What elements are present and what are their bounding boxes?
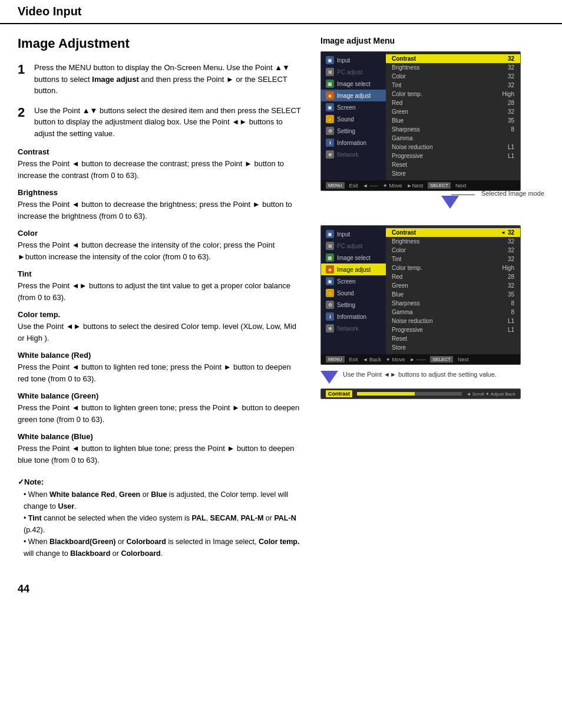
menu-reset-2: Reset [386, 334, 520, 343]
menu-item-imgselect-2: ▦ Image select [321, 252, 386, 263]
menu-item-network-1: ⊕ Network [321, 149, 386, 160]
menu-item-sound-2: ♪ Sound [321, 287, 386, 299]
menu-item-input-2: ▣ Input [321, 228, 386, 240]
menu-progressive-2: ProgressiveL1 [386, 325, 520, 334]
sound-icon-2: ♪ [326, 289, 334, 297]
imgadjust-icon-1: ◈ [326, 91, 334, 100]
menu-store-2: Store [386, 343, 520, 352]
subsection-wb-green-title: White balance (Green) [18, 391, 303, 400]
page-header: Video Input [0, 0, 562, 24]
menu-color-1: Color32 [386, 72, 520, 81]
selected-mode-label: Selected Image mode [481, 190, 544, 197]
subsection-wb-red-title: White balance (Red) [18, 351, 303, 360]
page-wrapper: Video Input Image Adjustment 1 Press the… [0, 0, 562, 601]
subsection-wb-red: White balance (Red) Press the Point ◄ bu… [18, 351, 303, 384]
subsection-color-temp: Color temp. Use the Point ◄► buttons to … [18, 310, 303, 344]
menu-tint-2: Tint32 [386, 255, 520, 263]
subsection-tint-body: Press the Point ◄► buttons to adjust the… [18, 280, 303, 303]
input-icon-1: ▣ [326, 56, 334, 64]
subsection-brightness: Brightness Press the Point ◄ button to d… [18, 188, 303, 222]
menu-red-2: Red28 [386, 272, 520, 281]
subsection-wb-blue-body: Press the Point ◄ button to lighten blue… [18, 443, 303, 466]
subsection-tint: Tint Press the Point ◄► buttons to adjus… [18, 269, 303, 303]
contrast-bar: Contrast ◄ Scroll ✦ Adjust Back [320, 388, 521, 399]
arrow-shape-2 [320, 371, 338, 384]
contrast-bar-label: Contrast [326, 390, 352, 397]
menu-brightness-2: Brightness32 [386, 237, 520, 246]
info-icon-1: ℹ [326, 139, 334, 147]
arrow-selected-mode: Selected Image mode [356, 196, 544, 209]
imgadjust-icon-2: ◈ [326, 265, 334, 274]
menu-noisereduction-1: Noise reductionL1 [386, 143, 520, 151]
imgselect-icon-1: ▦ [326, 80, 334, 88]
step-2-text: Use the Point ▲▼ buttons select the desi… [34, 105, 303, 140]
menu-gamma-2: Gamma8 [386, 308, 520, 317]
network-icon-1: ⊕ [326, 150, 334, 159]
screen-icon-1: ▣ [326, 103, 334, 111]
menu-footer-2: MENU Exit ◄ Back ✦ Move ► ----- SELECT N… [321, 354, 520, 364]
adjust-note-text: Use the Point ◄► buttons to adjust the s… [343, 370, 497, 380]
menu-gamma-1: Gamma [386, 134, 520, 143]
note-list: When White balance Red, Green or Blue is… [18, 489, 303, 559]
menu-inner-2: ▣ Input ⊞ PC adjust ▦ Image select ◈ [321, 226, 520, 354]
subsection-brightness-body: Press the Point ◄ button to decrease the… [18, 199, 303, 222]
menu-left-2: ▣ Input ⊞ PC adjust ▦ Image select ◈ [321, 226, 386, 354]
menu-screenshot-1: ▣ Input ⊞ PC adjust ▦ Image select ◈ [320, 51, 521, 191]
arrow-shape-1 [441, 196, 459, 209]
step-2: 2 Use the Point ▲▼ buttons select the de… [18, 105, 303, 140]
note-item-3: When Blackboard(Green) or Colorboard is … [24, 536, 303, 559]
menu-tint-1: Tint32 [386, 81, 520, 90]
subsection-brightness-title: Brightness [18, 188, 303, 197]
pcadjust-icon-2: ⊞ [326, 242, 334, 250]
note-title: ✓Note: [18, 476, 303, 489]
imgselect-icon-2: ▦ [326, 253, 334, 262]
menu-item-imgadjust-2: ◈ Image adjust [321, 263, 386, 275]
menu-item-screen-1: ▣ Screen [321, 101, 386, 113]
left-column: Image Adjustment 1 Press the MENU button… [18, 36, 303, 559]
menu-progressive-1: ProgressiveL1 [386, 151, 520, 160]
menu-right-2: Contrast◄ 32 Brightness32 Color32 Tint32… [386, 226, 520, 354]
step-2-number: 2 [18, 105, 28, 140]
right-column: Image adjust Menu ▣ Input ⊞ PC adjust [320, 36, 544, 559]
menu-btn-select-1: SELECT [428, 182, 451, 189]
menu-brightness-1: Brightness32 [386, 63, 520, 72]
arrow-down-1 [356, 196, 544, 209]
page-title: Video Input [18, 5, 544, 18]
arrow-adjust-section: Use the Point ◄► buttons to adjust the s… [320, 370, 544, 384]
menu-noisereduction-2: Noise reductionL1 [386, 317, 520, 325]
contrast-slider [357, 392, 462, 396]
menu-item-network-2: ⊕ Network [321, 322, 386, 334]
setting-icon-2: ⚙ [326, 301, 334, 309]
menu-inner-1: ▣ Input ⊞ PC adjust ▦ Image select ◈ [321, 52, 520, 180]
menu-item-screen-2: ▣ Screen [321, 275, 386, 287]
menu-blue-2: Blue35 [386, 290, 520, 299]
menu-green-2: Green32 [386, 281, 520, 290]
arrow-down-2 [320, 371, 338, 384]
menu-contrast-2: Contrast◄ 32 [386, 228, 520, 237]
pcadjust-icon-1: ⊞ [326, 68, 334, 76]
section-title: Image Adjustment [18, 36, 303, 51]
menu-item-info-1: ℹ Information [321, 137, 386, 149]
menu-btn-menu-2: MENU [326, 356, 345, 363]
note-item-1: When White balance Red, Green or Blue is… [24, 489, 303, 512]
menu-store-1: Store [386, 169, 520, 178]
menu-item-imgadjust-1: ◈ Image adjust [321, 90, 386, 101]
menu-item-setting-1: ⚙ Setting [321, 125, 386, 137]
network-icon-2: ⊕ [326, 324, 334, 332]
subsection-tint-title: Tint [18, 269, 303, 278]
sound-icon-1: ♪ [326, 115, 334, 123]
menu-sharpness-1: Sharpness8 [386, 125, 520, 134]
note-item-2: Tint cannot be selected when the video s… [24, 512, 303, 536]
menu-sharpness-2: Sharpness8 [386, 299, 520, 308]
menu-reset-1: Reset [386, 160, 520, 169]
subsection-wb-green: White balance (Green) Press the Point ◄ … [18, 391, 303, 425]
step-1: 1 Press the MENU button to display the O… [18, 62, 303, 97]
menu-contrast-1: Contrast32 [386, 54, 520, 63]
subsection-wb-red-body: Press the Point ◄ button to lighten red … [18, 361, 303, 384]
menu-left-1: ▣ Input ⊞ PC adjust ▦ Image select ◈ [321, 52, 386, 180]
menu-item-setting-2: ⚙ Setting [321, 299, 386, 311]
page-number-wrapper: 44 [0, 577, 562, 601]
subsection-color-temp-body: Use the Point ◄► buttons to select the d… [18, 321, 303, 344]
subsection-color-temp-title: Color temp. [18, 310, 303, 319]
menu-footer-1: MENU Exit ◄ ----- ✦ Move ►Next SELECT Ne… [321, 180, 520, 190]
